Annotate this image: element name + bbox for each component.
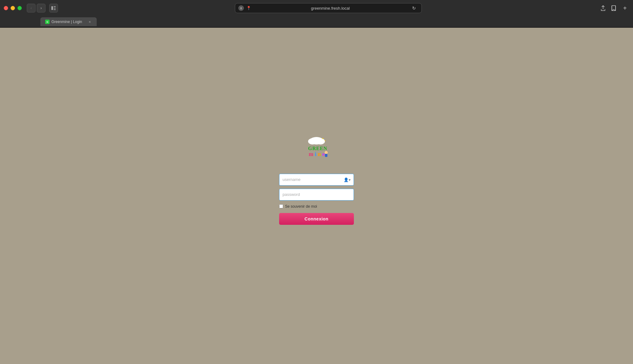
password-field-wrapper (279, 189, 354, 201)
browser-chrome: ‹ › ⏸ 📍 greenmine.fresh.local (0, 0, 633, 28)
reload-icon: ↻ (412, 6, 416, 11)
add-bookmark-button[interactable] (609, 4, 618, 12)
browser-titlebar: ‹ › ⏸ 📍 greenmine.fresh.local (0, 0, 633, 16)
svg-point-12 (325, 151, 328, 154)
svg-text:✦: ✦ (322, 137, 324, 140)
tab-close-button[interactable]: ✕ (88, 20, 92, 24)
svg-rect-0 (51, 6, 53, 10)
minimize-button[interactable] (11, 6, 15, 10)
svg-rect-4 (612, 6, 616, 11)
tab-title: Greenmine | Login (51, 20, 82, 24)
app-logo: ✦ ✦ GREEN m i n e (302, 136, 331, 158)
sidebar-icon (51, 6, 56, 10)
bookmark-icon (611, 5, 616, 11)
logo-container: ✦ ✦ GREEN m i n e (302, 136, 331, 158)
nav-buttons: ‹ › (27, 4, 45, 12)
share-icon (601, 5, 606, 11)
tab-bar: G Greenmine | Login ✕ (0, 16, 633, 27)
active-tab[interactable]: G Greenmine | Login ✕ (40, 17, 97, 26)
forward-icon: › (40, 6, 42, 10)
svg-text:m
          i
          n
    : m i n e (309, 151, 325, 157)
svg-text:GREEN: GREEN (308, 146, 327, 151)
username-field-wrapper: 👤▾ (279, 174, 354, 186)
remember-me-row: Se souvenir de moi (279, 204, 354, 209)
new-tab-button[interactable]: + (621, 4, 629, 12)
svg-rect-1 (54, 6, 56, 7)
login-form: 👤▾ Se souvenir de moi Connexion (279, 174, 354, 225)
tab-favicon: G (45, 20, 50, 24)
user-icon: 👤▾ (344, 177, 351, 182)
url-text: greenmine.fresh.local (254, 6, 407, 11)
page-content: ✦ ✦ GREEN m i n e 👤▾ (0, 28, 633, 364)
svg-rect-2 (54, 8, 56, 8)
back-icon: ‹ (31, 6, 32, 10)
forward-button[interactable]: › (37, 4, 45, 12)
maximize-button[interactable] (17, 6, 22, 10)
traffic-lights (4, 6, 22, 10)
location-icon: 📍 (246, 6, 251, 10)
loading-indicator: ⏸ (238, 5, 244, 11)
new-tab-icon: + (623, 5, 627, 12)
back-button[interactable]: ‹ (27, 4, 36, 12)
sidebar-toggle-button[interactable] (49, 4, 58, 12)
svg-rect-13 (325, 154, 327, 157)
close-button[interactable] (4, 6, 8, 10)
username-input[interactable] (279, 174, 354, 186)
share-button[interactable] (599, 4, 607, 12)
address-bar-area: ⏸ 📍 greenmine.fresh.local ↻ (60, 3, 596, 13)
svg-text:✦: ✦ (324, 140, 326, 142)
browser-actions (599, 4, 618, 12)
svg-point-6 (308, 138, 317, 144)
svg-rect-3 (54, 9, 56, 10)
reload-button[interactable]: ↻ (410, 4, 418, 12)
address-bar[interactable]: ⏸ 📍 greenmine.fresh.local ↻ (235, 3, 422, 13)
password-input[interactable] (279, 189, 354, 201)
greenmine-logo-svg: ✦ ✦ GREEN m i n e (302, 136, 331, 159)
remember-me-checkbox[interactable] (279, 204, 283, 208)
remember-me-label: Se souvenir de moi (285, 204, 317, 209)
connexion-button[interactable]: Connexion (279, 213, 354, 225)
